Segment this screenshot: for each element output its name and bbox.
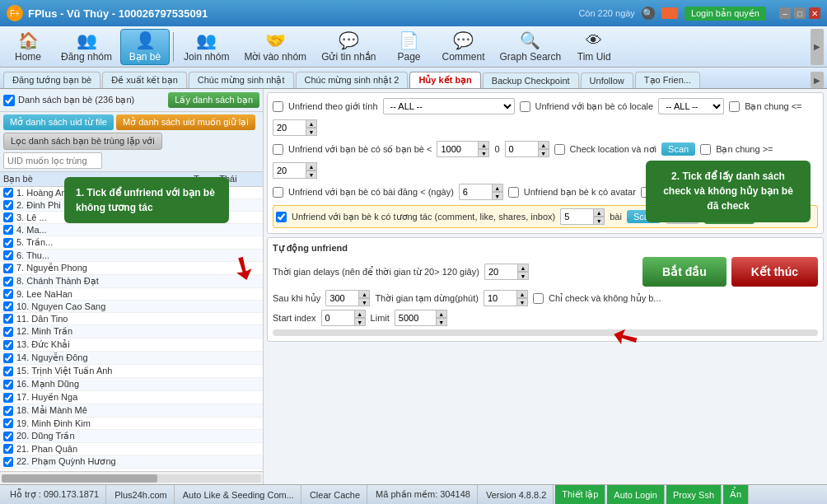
spin-up[interactable]: ▲ xyxy=(436,310,447,318)
tab-scroll-right[interactable]: ▶ xyxy=(811,72,824,88)
gender-select[interactable]: -- ALL -- Nam Nữ xyxy=(383,98,515,114)
stop-button[interactable]: Kết thúc xyxy=(731,257,818,287)
friend-checkbox[interactable] xyxy=(3,366,13,376)
friend-checkbox[interactable] xyxy=(3,327,13,337)
spin-up[interactable]: ▲ xyxy=(358,290,370,298)
login-button[interactable]: Login bản quyền xyxy=(684,7,766,21)
spin-down[interactable]: ▼ xyxy=(306,170,317,179)
scan-location-button[interactable]: Scan xyxy=(661,142,695,156)
common-friends-gte-input[interactable] xyxy=(273,162,306,179)
tab-unfollow[interactable]: Unfollow xyxy=(581,72,633,88)
friend-checkbox[interactable] xyxy=(3,289,13,299)
spin-down[interactable]: ▼ xyxy=(478,149,489,157)
status-plus24[interactable]: Plus24h.com xyxy=(108,485,175,504)
friend-checkbox[interactable] xyxy=(3,212,13,222)
old-post-days-input[interactable] xyxy=(459,184,492,200)
check-location-checkbox[interactable] xyxy=(554,144,565,155)
toolbar-page[interactable]: 📄 Page xyxy=(385,29,434,65)
friend-checkbox[interactable] xyxy=(3,250,13,260)
delay-input[interactable] xyxy=(484,264,517,280)
spin-down[interactable]: ▼ xyxy=(516,298,528,306)
friend-checkbox[interactable] xyxy=(3,406,13,416)
close-button[interactable]: ✕ xyxy=(809,7,820,19)
check-only-checkbox[interactable] xyxy=(533,293,544,304)
friend-checkbox[interactable] xyxy=(3,432,13,441)
spin-down[interactable]: ▼ xyxy=(538,149,549,157)
friend-checkbox[interactable] xyxy=(3,264,13,273)
friend-checkbox[interactable] xyxy=(3,418,13,428)
friend-checkbox[interactable] xyxy=(3,380,13,390)
maximize-button[interactable]: □ xyxy=(794,7,806,19)
after-stop-input[interactable] xyxy=(325,290,358,306)
spin-up[interactable]: ▲ xyxy=(517,264,529,272)
friend-checkbox[interactable] xyxy=(3,238,13,248)
common-friends-lte-input[interactable] xyxy=(273,119,306,136)
spin-down[interactable]: ▼ xyxy=(517,272,529,280)
open-uid-keep-button[interactable]: Mở danh sách uid muốn giữ lại xyxy=(116,114,255,130)
tab-chuc-mung2[interactable]: Chúc mừng sinh nhật 2 xyxy=(296,72,409,88)
tab-tao-frien[interactable]: Tạo Frien... xyxy=(635,72,700,88)
status-autologin[interactable]: Auto Login xyxy=(607,485,665,504)
status-autoseeding[interactable]: Auto Like & Seeding Com... xyxy=(176,485,301,504)
tab-backup[interactable]: Backup Checkpoint xyxy=(483,72,579,88)
friend-checkbox[interactable] xyxy=(3,188,13,198)
friend-checkbox[interactable] xyxy=(3,225,13,235)
status-thietlap[interactable]: Thiết lập xyxy=(555,485,605,504)
friend-checkbox[interactable] xyxy=(3,393,13,403)
common-friends-gte-checkbox[interactable] xyxy=(700,144,711,155)
start-index-input[interactable] xyxy=(321,310,354,326)
common-friends-lte-checkbox[interactable] xyxy=(729,101,740,112)
few-friends-input[interactable] xyxy=(437,141,478,157)
spin-up[interactable]: ▲ xyxy=(538,141,549,149)
friend-checkbox[interactable] xyxy=(3,340,13,350)
status-clearcache[interactable]: Clear Cache xyxy=(303,485,367,504)
spin-down[interactable]: ▼ xyxy=(358,298,370,306)
unfriend-no-interact-main-checkbox[interactable] xyxy=(276,212,287,222)
few-friends-to-input[interactable] xyxy=(505,141,538,157)
toolbar-gui-tin-nhan[interactable]: 💬 Gửi tin nhắn xyxy=(315,29,382,65)
tab-chuc-mung[interactable]: Chúc mừng sinh nhật xyxy=(189,72,294,88)
filter-duplicate-button[interactable]: Lọc danh sách bạn bè trùng lặp với xyxy=(3,133,162,150)
status-an[interactable]: Ẩn xyxy=(723,485,749,504)
limit-input[interactable] xyxy=(395,310,436,326)
common-friends-lte-spinner[interactable]: ▲ ▼ xyxy=(306,119,317,136)
toolbar-scroll-right[interactable]: ▶ xyxy=(811,29,824,65)
spin-up[interactable]: ▲ xyxy=(354,310,366,318)
friend-list-scroll[interactable]: 1. Hoàng Anh 2. Đinh Phi 3. Lê ... 4. Ma… xyxy=(0,187,263,471)
unfriend-no-avatar-checkbox[interactable] xyxy=(508,187,519,198)
status-proxyssh[interactable]: Proxy Ssh xyxy=(666,485,722,504)
friend-checkbox[interactable] xyxy=(3,353,13,363)
unfriend-few-friends-checkbox[interactable] xyxy=(273,144,283,155)
friend-checkbox[interactable] xyxy=(3,444,13,454)
friend-checkbox[interactable] xyxy=(3,301,13,311)
friend-checkbox[interactable] xyxy=(3,200,13,210)
fetch-friends-button[interactable]: Lấy danh sách bạn xyxy=(168,92,259,108)
unfriend-locale-checkbox[interactable] xyxy=(520,101,530,112)
toolbar-dang-nhom[interactable]: 👥 Đăng nhóm xyxy=(54,29,119,65)
tab-dang-tuong[interactable]: Đăng tướng bạn bè xyxy=(3,72,100,88)
spin-up[interactable]: ▲ xyxy=(492,184,503,192)
friend-checkbox[interactable] xyxy=(3,314,13,324)
spin-down[interactable]: ▼ xyxy=(306,128,317,136)
toolbar-join-nhom[interactable]: 👥 Join nhóm xyxy=(177,29,236,65)
locale-select[interactable]: -- ALL -- xyxy=(658,98,724,114)
unfriend-gender-checkbox[interactable] xyxy=(273,101,283,112)
spin-down[interactable]: ▼ xyxy=(436,318,447,326)
no-interact-days-input[interactable] xyxy=(560,208,593,225)
toolbar-ban-be[interactable]: 👤 Bạn bè xyxy=(120,29,170,65)
tab-huy-ket-ban[interactable]: Hủy kết bạn xyxy=(409,72,480,88)
toolbar-comment[interactable]: 💬 Comment xyxy=(436,29,492,65)
minimize-button[interactable]: – xyxy=(779,7,791,19)
spin-down[interactable]: ▼ xyxy=(593,217,605,225)
spin-down[interactable]: ▼ xyxy=(354,318,366,326)
toolbar-moi-vao-nhom[interactable]: 🤝 Mời vào nhóm xyxy=(237,29,313,65)
unfriend-old-post-checkbox[interactable] xyxy=(273,187,283,198)
friend-checkbox[interactable] xyxy=(3,457,13,467)
spin-up[interactable]: ▲ xyxy=(593,208,605,217)
uid-filter-input[interactable] xyxy=(3,152,102,169)
search-icon[interactable]: 🔍 xyxy=(642,7,655,20)
pause-input[interactable] xyxy=(484,290,516,306)
spin-up[interactable]: ▲ xyxy=(306,162,317,170)
spin-up[interactable]: ▲ xyxy=(478,141,489,149)
select-all-checkbox[interactable] xyxy=(3,95,15,106)
